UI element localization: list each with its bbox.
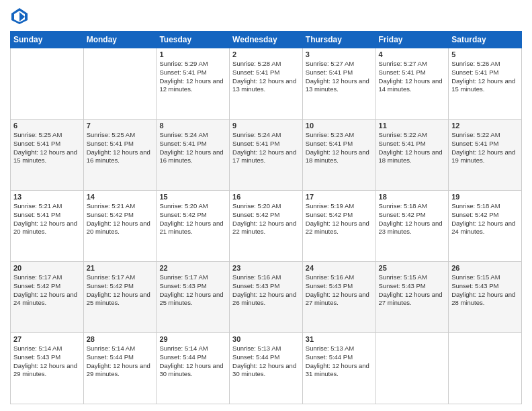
day-number: 9 bbox=[232, 122, 300, 130]
day-info: Sunrise: 5:22 AM Sunset: 5:41 PM Dayligh… bbox=[379, 131, 446, 165]
day-number: 18 bbox=[379, 193, 446, 201]
day-number: 15 bbox=[159, 193, 226, 201]
day-info: Sunrise: 5:14 AM Sunset: 5:44 PM Dayligh… bbox=[159, 345, 226, 379]
calendar-day-cell: 13Sunrise: 5:21 AM Sunset: 5:41 PM Dayli… bbox=[11, 191, 84, 262]
day-info: Sunrise: 5:15 AM Sunset: 5:43 PM Dayligh… bbox=[379, 273, 446, 308]
calendar-day-cell bbox=[449, 333, 522, 404]
calendar-day-cell: 20Sunrise: 5:17 AM Sunset: 5:42 PM Dayli… bbox=[11, 262, 84, 333]
calendar-day-cell bbox=[375, 333, 449, 404]
day-info: Sunrise: 5:17 AM Sunset: 5:42 PM Dayligh… bbox=[87, 273, 154, 308]
calendar-day-cell bbox=[11, 48, 84, 120]
day-number: 4 bbox=[379, 50, 446, 58]
day-info: Sunrise: 5:15 AM Sunset: 5:43 PM Dayligh… bbox=[451, 273, 519, 308]
day-info: Sunrise: 5:13 AM Sunset: 5:44 PM Dayligh… bbox=[306, 345, 373, 379]
calendar-day-cell: 8Sunrise: 5:24 AM Sunset: 5:41 PM Daylig… bbox=[157, 120, 230, 191]
day-info: Sunrise: 5:24 AM Sunset: 5:41 PM Dayligh… bbox=[232, 131, 300, 165]
calendar-day-cell: 14Sunrise: 5:21 AM Sunset: 5:42 PM Dayli… bbox=[83, 191, 157, 262]
calendar-day-cell: 15Sunrise: 5:20 AM Sunset: 5:42 PM Dayli… bbox=[157, 191, 230, 262]
calendar-day-cell: 26Sunrise: 5:15 AM Sunset: 5:43 PM Dayli… bbox=[449, 262, 522, 333]
day-number: 16 bbox=[232, 193, 300, 201]
day-info: Sunrise: 5:17 AM Sunset: 5:43 PM Dayligh… bbox=[159, 273, 226, 308]
calendar-day-cell: 3Sunrise: 5:27 AM Sunset: 5:41 PM Daylig… bbox=[302, 48, 375, 120]
calendar-day-cell: 11Sunrise: 5:22 AM Sunset: 5:41 PM Dayli… bbox=[375, 120, 449, 191]
page: SundayMondayTuesdayWednesdayThursdayFrid… bbox=[0, 0, 532, 411]
day-info: Sunrise: 5:13 AM Sunset: 5:44 PM Dayligh… bbox=[232, 345, 300, 379]
calendar-day-cell: 2Sunrise: 5:28 AM Sunset: 5:41 PM Daylig… bbox=[230, 48, 303, 120]
calendar-day-cell: 24Sunrise: 5:16 AM Sunset: 5:43 PM Dayli… bbox=[302, 262, 375, 333]
calendar-day-cell: 4Sunrise: 5:27 AM Sunset: 5:41 PM Daylig… bbox=[375, 48, 449, 120]
calendar-week-row: 20Sunrise: 5:17 AM Sunset: 5:42 PM Dayli… bbox=[11, 262, 522, 333]
calendar-day-cell: 10Sunrise: 5:23 AM Sunset: 5:41 PM Dayli… bbox=[302, 120, 375, 191]
day-info: Sunrise: 5:22 AM Sunset: 5:41 PM Dayligh… bbox=[451, 131, 519, 165]
day-number: 31 bbox=[306, 335, 373, 343]
day-info: Sunrise: 5:25 AM Sunset: 5:41 PM Dayligh… bbox=[87, 131, 154, 165]
calendar-header-row: SundayMondayTuesdayWednesdayThursdayFrid… bbox=[11, 32, 522, 48]
calendar-day-cell: 27Sunrise: 5:14 AM Sunset: 5:43 PM Dayli… bbox=[11, 333, 84, 404]
calendar-day-header: Tuesday bbox=[157, 32, 230, 48]
calendar-day-header: Wednesday bbox=[230, 32, 303, 48]
calendar-day-cell: 9Sunrise: 5:24 AM Sunset: 5:41 PM Daylig… bbox=[230, 120, 303, 191]
calendar-day-cell: 18Sunrise: 5:18 AM Sunset: 5:42 PM Dayli… bbox=[375, 191, 449, 262]
day-number: 23 bbox=[232, 264, 300, 272]
calendar-day-cell: 29Sunrise: 5:14 AM Sunset: 5:44 PM Dayli… bbox=[157, 333, 230, 404]
day-number: 2 bbox=[232, 50, 300, 58]
header bbox=[10, 7, 522, 26]
day-info: Sunrise: 5:26 AM Sunset: 5:41 PM Dayligh… bbox=[451, 60, 519, 94]
calendar-day-cell: 21Sunrise: 5:17 AM Sunset: 5:42 PM Dayli… bbox=[83, 262, 157, 333]
day-number: 3 bbox=[306, 50, 373, 58]
day-info: Sunrise: 5:17 AM Sunset: 5:42 PM Dayligh… bbox=[13, 273, 81, 308]
day-number: 7 bbox=[87, 122, 154, 130]
calendar-day-cell bbox=[83, 48, 157, 120]
day-number: 30 bbox=[232, 335, 300, 343]
day-number: 25 bbox=[379, 264, 446, 272]
calendar-day-cell: 30Sunrise: 5:13 AM Sunset: 5:44 PM Dayli… bbox=[230, 333, 303, 404]
calendar-week-row: 6Sunrise: 5:25 AM Sunset: 5:41 PM Daylig… bbox=[11, 120, 522, 191]
calendar-day-cell: 22Sunrise: 5:17 AM Sunset: 5:43 PM Dayli… bbox=[157, 262, 230, 333]
day-number: 24 bbox=[306, 264, 373, 272]
day-info: Sunrise: 5:21 AM Sunset: 5:41 PM Dayligh… bbox=[13, 202, 81, 236]
day-info: Sunrise: 5:27 AM Sunset: 5:41 PM Dayligh… bbox=[306, 60, 373, 94]
day-number: 8 bbox=[159, 122, 226, 130]
day-number: 6 bbox=[13, 122, 81, 130]
logo bbox=[10, 7, 32, 26]
calendar-day-cell: 28Sunrise: 5:14 AM Sunset: 5:44 PM Dayli… bbox=[83, 333, 157, 404]
calendar-day-header: Saturday bbox=[449, 32, 522, 48]
calendar-day-header: Thursday bbox=[302, 32, 375, 48]
day-number: 26 bbox=[451, 264, 519, 272]
day-number: 10 bbox=[306, 122, 373, 130]
calendar-day-header: Friday bbox=[375, 32, 449, 48]
day-number: 28 bbox=[87, 335, 154, 343]
calendar-week-row: 13Sunrise: 5:21 AM Sunset: 5:41 PM Dayli… bbox=[11, 191, 522, 262]
logo-icon bbox=[10, 7, 29, 26]
day-number: 14 bbox=[87, 193, 154, 201]
day-number: 20 bbox=[13, 264, 81, 272]
day-info: Sunrise: 5:27 AM Sunset: 5:41 PM Dayligh… bbox=[379, 60, 446, 94]
day-number: 17 bbox=[306, 193, 373, 201]
day-info: Sunrise: 5:29 AM Sunset: 5:41 PM Dayligh… bbox=[159, 60, 226, 94]
day-info: Sunrise: 5:18 AM Sunset: 5:42 PM Dayligh… bbox=[379, 202, 446, 236]
day-number: 12 bbox=[451, 122, 519, 130]
day-number: 22 bbox=[159, 264, 226, 272]
calendar-table: SundayMondayTuesdayWednesdayThursdayFrid… bbox=[10, 31, 522, 404]
calendar-day-cell: 17Sunrise: 5:19 AM Sunset: 5:42 PM Dayli… bbox=[302, 191, 375, 262]
day-info: Sunrise: 5:16 AM Sunset: 5:43 PM Dayligh… bbox=[232, 273, 300, 308]
day-number: 13 bbox=[13, 193, 81, 201]
day-info: Sunrise: 5:25 AM Sunset: 5:41 PM Dayligh… bbox=[13, 131, 81, 165]
day-number: 19 bbox=[451, 193, 519, 201]
day-info: Sunrise: 5:14 AM Sunset: 5:43 PM Dayligh… bbox=[13, 345, 81, 379]
calendar-day-cell: 16Sunrise: 5:20 AM Sunset: 5:42 PM Dayli… bbox=[230, 191, 303, 262]
calendar-day-cell: 7Sunrise: 5:25 AM Sunset: 5:41 PM Daylig… bbox=[83, 120, 157, 191]
calendar-day-cell: 5Sunrise: 5:26 AM Sunset: 5:41 PM Daylig… bbox=[449, 48, 522, 120]
day-info: Sunrise: 5:23 AM Sunset: 5:41 PM Dayligh… bbox=[306, 131, 373, 165]
day-info: Sunrise: 5:21 AM Sunset: 5:42 PM Dayligh… bbox=[87, 202, 154, 236]
calendar-week-row: 27Sunrise: 5:14 AM Sunset: 5:43 PM Dayli… bbox=[11, 333, 522, 404]
day-number: 1 bbox=[159, 50, 226, 58]
calendar-day-cell: 23Sunrise: 5:16 AM Sunset: 5:43 PM Dayli… bbox=[230, 262, 303, 333]
calendar-day-cell: 19Sunrise: 5:18 AM Sunset: 5:42 PM Dayli… bbox=[449, 191, 522, 262]
calendar-day-cell: 6Sunrise: 5:25 AM Sunset: 5:41 PM Daylig… bbox=[11, 120, 84, 191]
calendar-day-header: Sunday bbox=[11, 32, 84, 48]
day-info: Sunrise: 5:20 AM Sunset: 5:42 PM Dayligh… bbox=[159, 202, 226, 236]
calendar-day-header: Monday bbox=[83, 32, 157, 48]
day-info: Sunrise: 5:24 AM Sunset: 5:41 PM Dayligh… bbox=[159, 131, 226, 165]
day-info: Sunrise: 5:20 AM Sunset: 5:42 PM Dayligh… bbox=[232, 202, 300, 236]
